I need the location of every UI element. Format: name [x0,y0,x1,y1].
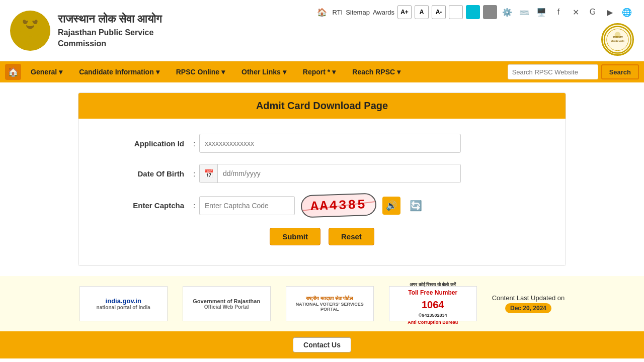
contact-us-button[interactable]: Contact Us [293,337,351,352]
sitemap-link[interactable]: Sitemap [346,9,370,16]
form-body: Application Id : Date Of Birth : 📅 [78,119,566,265]
english-title-line2: Commission [58,38,162,49]
nav-item-other-links[interactable]: Other Links ▾ [234,64,293,80]
voters-logo[interactable]: राष्ट्रीय मतदाता सेवा पोर्टल NATIONAL VO… [286,286,374,321]
form-title: Admit Card Download Page [78,93,566,119]
acb-logo[interactable]: अगर कोई रिश्वत तो बोलो करें Toll Free Nu… [389,286,477,321]
submit-button[interactable]: Submit [270,228,320,245]
gov-raj-logo[interactable]: Government of Rajasthan Official Web Por… [183,286,271,321]
dob-label: Date Of Birth [99,169,189,178]
search-input[interactable] [508,64,598,79]
nav-home-icon[interactable]: 🏠 [5,64,21,80]
top-toolbar: 🏠 RTI Sitemap Awards A+ A A- ⚙️ ⌨️ 🖥️ f … [315,5,634,19]
font-normal-btn[interactable]: A [415,5,429,19]
content-update-label: Content Last Updated on [492,294,565,302]
nav-item-rpsc-online[interactable]: RPSC Online ▾ [169,64,232,80]
application-id-field [199,134,461,153]
footer-logos: india.gov.in national portal of india Go… [0,276,644,331]
settings-icon[interactable]: ⚙️ [500,5,514,19]
calendar-icon[interactable]: 📅 [200,164,218,183]
reset-button[interactable]: Reset [329,228,374,245]
captcha-row-inner: AA4385 🔊 🔄 [199,194,461,217]
captcha-refresh-button[interactable]: 🔄 [407,197,425,215]
nav-item-general[interactable]: General ▾ [24,64,69,80]
nav-item-reach-rpsc[interactable]: Reach RPSC ▾ [345,64,408,80]
content-update: Content Last Updated on Dec 20, 2024 [492,294,565,313]
font-large-btn[interactable]: A+ [397,5,412,19]
captcha-audio-button[interactable]: 🔊 [382,197,400,215]
youtube-icon[interactable]: ▶ [603,5,617,19]
captcha-label: Enter Captcha [99,201,189,210]
hindi-title: राजस्थान लोक सेवा आयोग [58,12,162,27]
date-input-wrap: 📅 [199,164,461,183]
captcha-image: AA4385 [300,193,376,218]
header-left: सत्यमेव जयते राजस्थान लोक सेवा आयोग Raja… [10,11,162,51]
search-button[interactable]: Search [601,64,639,79]
india-gov-logo[interactable]: india.gov.in national portal of india [79,286,168,321]
application-id-row: Application Id : [99,134,545,153]
rpsc-seal: राजस्थान लोक सेवा आयोग [601,23,634,56]
english-title-line1: Rajasthan Public Service [58,27,162,38]
captcha-text: AA4385 [310,197,367,214]
cyan-theme-btn[interactable] [466,5,480,19]
keyboard-icon[interactable]: ⌨️ [517,5,531,19]
screen-icon[interactable]: 🖥️ [534,5,548,19]
home-icon[interactable]: 🏠 [315,5,329,19]
rti-link[interactable]: RTI [332,9,343,16]
svg-point-2 [24,36,36,42]
header: सत्यमेव जयते राजस्थान लोक सेवा आयोग Raja… [0,0,644,61]
dob-row: Date Of Birth : 📅 [99,164,545,183]
nav-item-candidate-info[interactable]: Candidate Information ▾ [72,64,167,80]
google-icon[interactable]: G [586,5,600,19]
org-title: राजस्थान लोक सेवा आयोग Rajasthan Public … [58,12,162,50]
captcha-input[interactable] [199,196,295,215]
gray-theme-btn[interactable] [483,5,497,19]
captcha-row: Enter Captcha : AA4385 🔊 🔄 [99,194,545,217]
font-small-btn[interactable]: A- [432,5,446,19]
awards-link[interactable]: Awards [373,9,394,16]
application-id-input[interactable] [199,134,461,153]
globe-icon[interactable]: 🌐 [620,5,634,19]
content-update-date: Dec 20, 2024 [505,303,551,313]
captcha-field: AA4385 🔊 🔄 [199,194,461,217]
dob-field: 📅 [199,164,461,183]
svg-text:लोक सेवा आयोग: लोक सेवा आयोग [610,39,625,42]
navbar: 🏠 General ▾ Candidate Information ▾ RPSC… [0,61,644,82]
facebook-icon[interactable]: f [551,5,566,19]
search-box: Search [508,64,639,79]
header-right: 🏠 RTI Sitemap Awards A+ A A- ⚙️ ⌨️ 🖥️ f … [315,5,634,56]
svg-point-9 [615,32,621,38]
ashoka-emblem: सत्यमेव जयते [10,11,50,51]
twitter-icon[interactable]: ✕ [569,5,583,19]
footer-contact: Contact Us [0,331,644,358]
dob-input[interactable] [218,164,460,183]
main-content: Admit Card Download Page Application Id … [0,82,644,276]
svg-text:सत्यमेव जयते: सत्यमेव जयते [23,42,38,46]
application-id-label: Application Id [99,139,189,148]
nav-item-report[interactable]: Report * ▾ [296,64,343,80]
form-card: Admit Card Download Page Application Id … [78,93,566,266]
white-theme-btn[interactable] [449,5,463,19]
form-actions: Submit Reset [99,228,545,245]
